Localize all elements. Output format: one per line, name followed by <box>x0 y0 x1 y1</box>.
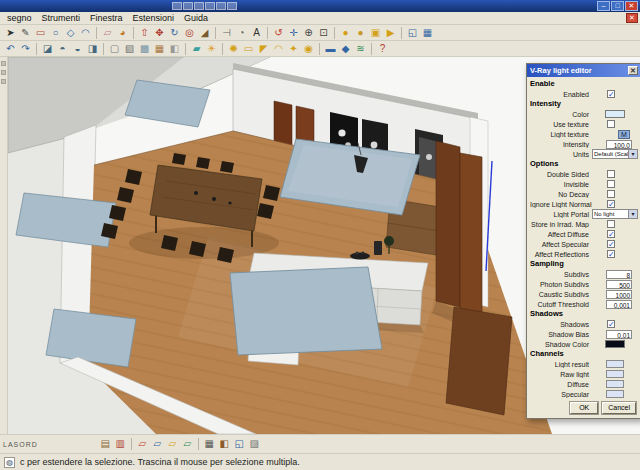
affect-specular-checkbox[interactable]: ✓ <box>607 240 615 248</box>
cutoff-threshold-input[interactable]: 0,001 <box>606 300 632 309</box>
vray-render-icon[interactable]: ▣ <box>368 26 383 40</box>
iso-view-icon[interactable]: ◪ <box>40 42 55 56</box>
affect-reflections-checkbox[interactable]: ✓ <box>607 250 615 258</box>
dialog-close-icon[interactable]: ✕ <box>628 66 638 75</box>
menu-guida[interactable]: Guida <box>179 13 213 23</box>
maximize-button[interactable]: □ <box>611 1 624 11</box>
materials-panel-icon[interactable]: ◧ <box>217 437 232 451</box>
enabled-checkbox[interactable]: ✓ <box>607 90 615 98</box>
geo-location-icon[interactable]: ◍ <box>4 457 15 468</box>
shadow-bias-input[interactable]: 0,01 <box>606 330 632 339</box>
raw-light-field[interactable] <box>606 370 624 378</box>
floor-glass-panel-center[interactable] <box>230 267 382 355</box>
titlebar-tool-icon[interactable] <box>227 2 237 10</box>
orbit-tool-icon[interactable]: ↺ <box>271 26 286 40</box>
menu-segno[interactable]: segno <box>2 13 37 23</box>
line-tool-icon[interactable]: ✎ <box>18 26 33 40</box>
specular-field[interactable] <box>606 390 624 398</box>
intensity-input[interactable]: 100,0 <box>606 140 632 149</box>
tape-measure-tool-icon[interactable]: ⊣ <box>219 26 234 40</box>
styles-panel-icon[interactable]: ▨ <box>247 437 262 451</box>
vray-fur-icon[interactable]: ≋ <box>353 42 368 56</box>
minimize-button[interactable]: – <box>597 1 610 11</box>
circle-tool-icon[interactable]: ○ <box>48 26 63 40</box>
photon-subdivs-input[interactable]: 500 <box>606 280 632 289</box>
page-red-icon[interactable]: ▱ <box>135 437 150 451</box>
vray-rectangle-light-icon[interactable]: ▭ <box>241 42 256 56</box>
components-panel-icon[interactable]: ◱ <box>232 437 247 451</box>
menu-finestra[interactable]: Finestra <box>85 13 128 23</box>
vray-sphere-light-icon[interactable]: ◉ <box>301 42 316 56</box>
no-decay-checkbox[interactable] <box>607 190 615 198</box>
titlebar-tool-icon[interactable] <box>183 2 193 10</box>
menu-strumenti[interactable]: Strumenti <box>37 13 86 23</box>
store-in-irrad-map-checkbox[interactable] <box>607 220 615 228</box>
group-icon[interactable]: ▦ <box>420 26 435 40</box>
textured-style-icon[interactable]: ▦ <box>152 42 167 56</box>
page-yellow-icon[interactable]: ▱ <box>165 437 180 451</box>
help-icon[interactable]: ? <box>375 42 390 56</box>
component-icon[interactable]: ◱ <box>405 26 420 40</box>
units-dropdown[interactable]: Default (Scalar)▾ <box>592 149 638 159</box>
top-view-icon[interactable]: ◓ <box>55 42 70 56</box>
ok-button[interactable]: OK <box>570 402 598 414</box>
light-result-field[interactable] <box>606 360 624 368</box>
rotate-tool-icon[interactable]: ↻ <box>167 26 182 40</box>
monochrome-style-icon[interactable]: ◧ <box>167 42 182 56</box>
text-tool-icon[interactable]: A <box>249 26 264 40</box>
left-tool-icon[interactable] <box>1 70 6 75</box>
vray-rt-render-icon[interactable]: ▶ <box>383 26 398 40</box>
protractor-tool-icon[interactable]: ◔ <box>234 26 249 40</box>
titlebar-tool-icon[interactable] <box>194 2 204 10</box>
shaded-style-icon[interactable]: ▩ <box>137 42 152 56</box>
titlebar-tool-icon[interactable] <box>216 2 226 10</box>
section-plane-icon[interactable]: ▰ <box>189 42 204 56</box>
pan-tool-icon[interactable]: ✛ <box>286 26 301 40</box>
use-texture-checkbox[interactable] <box>607 120 615 128</box>
zoom-tool-icon[interactable]: ⊕ <box>301 26 316 40</box>
left-tool-icon[interactable] <box>1 61 6 66</box>
vray-frame-buffer-icon[interactable]: ▤ <box>98 437 113 451</box>
caustic-subdivs-input[interactable]: 1000 <box>606 290 632 299</box>
vray-spot-light-icon[interactable]: ◤ <box>256 42 271 56</box>
move-tool-icon[interactable]: ✥ <box>152 26 167 40</box>
shadow-color-color-swatch[interactable] <box>605 340 625 348</box>
vray-proxy-icon[interactable]: ◆ <box>338 42 353 56</box>
page-blue-icon[interactable]: ▱ <box>150 437 165 451</box>
vray-ies-light-icon[interactable]: ✦ <box>286 42 301 56</box>
left-tool-icon[interactable] <box>1 79 6 84</box>
scale-tool-icon[interactable]: ◢ <box>197 26 212 40</box>
rectangle-tool-icon[interactable]: ▭ <box>33 26 48 40</box>
vray-material-editor-icon[interactable]: ● <box>338 26 353 40</box>
vray-infinite-plane-icon[interactable]: ▬ <box>323 42 338 56</box>
vray-options-icon[interactable]: ● <box>353 26 368 40</box>
dialog-titlebar[interactable]: V-Ray light editor ✕ <box>527 64 640 77</box>
next-view-icon[interactable]: ↷ <box>18 42 33 56</box>
viewport[interactable]: V-Ray light editor ✕ EnableEnabled✓Inten… <box>8 57 640 434</box>
titlebar-tool-icon[interactable] <box>172 2 182 10</box>
light-texture-button[interactable]: M <box>618 130 630 139</box>
eraser-tool-icon[interactable]: ▱ <box>100 26 115 40</box>
light-portal-dropdown[interactable]: No light▾ <box>592 209 638 219</box>
ignore-light-normals-checkbox[interactable]: ✓ <box>607 200 615 208</box>
shadows-toggle-icon[interactable]: ☀ <box>204 42 219 56</box>
hidden-line-style-icon[interactable]: ▧ <box>122 42 137 56</box>
cancel-button[interactable]: Cancel <box>602 402 636 414</box>
shadows-checkbox[interactable]: ✓ <box>607 320 615 328</box>
double-sided-checkbox[interactable] <box>607 170 615 178</box>
menu-estensioni[interactable]: Estensioni <box>128 13 180 23</box>
side-view-icon[interactable]: ◨ <box>85 42 100 56</box>
select-tool-icon[interactable]: ➤ <box>3 26 18 40</box>
vray-omni-light-icon[interactable]: ✺ <box>226 42 241 56</box>
layers-panel-icon[interactable]: ▦ <box>202 437 217 451</box>
wireframe-style-icon[interactable]: ▢ <box>107 42 122 56</box>
vray-batch-render-icon[interactable]: ▥ <box>113 437 128 451</box>
titlebar-tool-icon[interactable] <box>205 2 215 10</box>
color-color-swatch[interactable] <box>605 110 625 118</box>
vray-dome-light-icon[interactable]: ◠ <box>271 42 286 56</box>
paint-bucket-tool-icon[interactable]: ◕ <box>115 26 130 40</box>
zoom-extents-tool-icon[interactable]: ⊡ <box>316 26 331 40</box>
push-pull-tool-icon[interactable]: ⇧ <box>137 26 152 40</box>
front-view-icon[interactable]: ◒ <box>70 42 85 56</box>
subdivs-input[interactable]: 8 <box>606 270 632 279</box>
